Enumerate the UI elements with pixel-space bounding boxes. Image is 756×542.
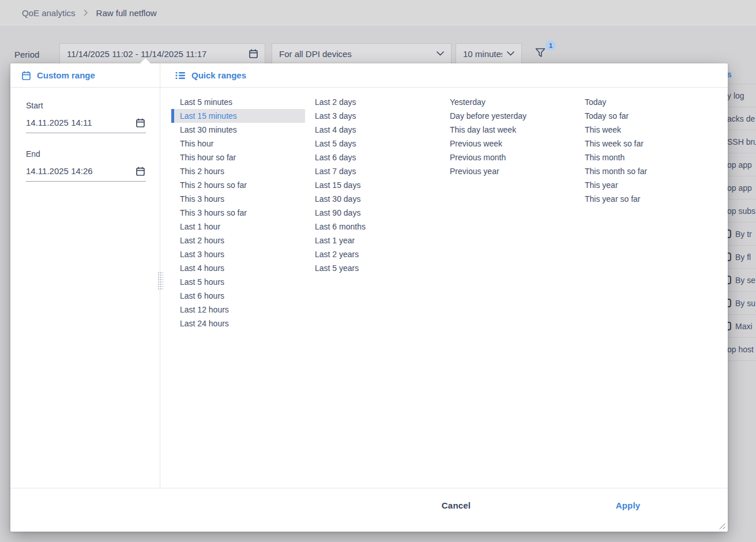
quick-range-item[interactable]: Previous month xyxy=(441,150,575,164)
occluded-list-item[interactable]: acks de xyxy=(728,107,756,130)
occluded-list-item[interactable]: SSH brut xyxy=(728,130,756,153)
end-input[interactable]: 14.11.2025 14:26 xyxy=(26,166,146,182)
quick-range-item[interactable]: Last 2 days xyxy=(306,95,440,109)
occluded-list-item[interactable]: Maxi xyxy=(728,315,756,338)
occluded-list-item[interactable]: By su xyxy=(728,292,756,315)
quick-range-item-label: This month xyxy=(585,153,625,162)
quick-range-item-label: Last 15 days xyxy=(315,180,360,190)
occluded-list-item[interactable]: By fl xyxy=(728,246,756,269)
quick-range-item[interactable]: Last 1 year xyxy=(306,234,440,247)
occluded-list-item[interactable]: By se xyxy=(728,269,756,292)
quick-range-item-label: Last 4 days xyxy=(315,125,356,134)
quick-range-item[interactable]: Last 3 hours xyxy=(171,247,305,261)
start-value: 14.11.2025 14:11 xyxy=(26,118,92,127)
quick-range-item-label: Last 12 hours xyxy=(180,305,229,314)
quick-range-item[interactable]: This 3 hours xyxy=(171,192,305,206)
quick-range-item[interactable]: Previous week xyxy=(441,137,575,150)
end-label: End xyxy=(26,149,160,159)
quick-range-item-label: This 3 hours so far xyxy=(180,208,247,217)
start-input[interactable]: 14.11.2025 14:11 xyxy=(26,118,146,133)
date-range-dialog: Custom range Start 14.11.2025 14:11 End xyxy=(10,63,728,532)
quick-range-item[interactable]: This 2 hours so far xyxy=(171,178,305,192)
quick-range-item-label: Day before yesterday xyxy=(450,111,526,121)
quick-range-item-label: Last 5 minutes xyxy=(180,97,232,107)
dpi-device-select[interactable]: For all DPI devices xyxy=(272,43,452,64)
quick-range-item-label: This hour so far xyxy=(180,153,236,162)
chevron-right-icon xyxy=(84,9,88,16)
quick-ranges-panel: Quick ranges Last 5 minutesLast 15 minut… xyxy=(160,63,728,488)
quick-range-item[interactable]: Day before yesterday xyxy=(441,109,575,123)
occluded-list-item[interactable]: op app xyxy=(728,153,756,176)
custom-range-body: Start 14.11.2025 14:11 End 14.11.2025 14… xyxy=(10,88,160,182)
occluded-list-item[interactable]: By tr xyxy=(728,223,756,246)
quick-range-item[interactable]: Last 90 days xyxy=(306,206,440,220)
dialog-resize-grip[interactable] xyxy=(718,522,725,529)
filter-count-badge: 1 xyxy=(546,40,556,51)
quick-range-item[interactable]: Last 6 hours xyxy=(171,289,305,303)
quick-range-item-label: Last 5 years xyxy=(315,264,359,273)
occluded-list-item[interactable]: s xyxy=(728,65,756,84)
occluded-list-item[interactable]: op subs xyxy=(728,200,756,223)
quick-range-item[interactable]: Last 15 days xyxy=(306,178,440,192)
quick-range-item[interactable]: Last 5 minutes xyxy=(171,95,305,109)
period-label: Period xyxy=(14,50,39,59)
occluded-list-item[interactable]: y log xyxy=(728,84,756,107)
quick-range-item-label: Last 5 hours xyxy=(180,277,224,287)
quick-range-item-label: Previous year xyxy=(450,167,499,176)
quick-range-item[interactable]: Last 24 hours xyxy=(171,317,305,330)
quick-range-item-label: Last 30 days xyxy=(315,194,360,204)
quick-ranges-columns: Last 5 minutesLast 15 minutesLast 30 min… xyxy=(160,88,728,330)
quick-range-item[interactable]: Last 15 minutes xyxy=(171,109,305,123)
quick-range-item[interactable]: This week xyxy=(576,123,710,137)
interval-select[interactable]: 10 minutes xyxy=(456,43,522,64)
quick-range-item[interactable]: Last 12 hours xyxy=(171,303,305,317)
quick-range-item[interactable]: Last 6 months xyxy=(306,220,440,234)
quick-range-item[interactable]: This 2 hours xyxy=(171,164,305,178)
occluded-item-label: SSH brut xyxy=(728,137,756,146)
quick-range-item[interactable]: Last 4 days xyxy=(306,123,440,137)
quick-range-item[interactable]: This day last week xyxy=(441,123,575,137)
occluded-list-item[interactable]: op host xyxy=(728,338,756,361)
breadcrumb-bar: QoE analytics Raw full netflow xyxy=(0,0,756,25)
quick-range-item[interactable]: Today so far xyxy=(576,109,710,123)
filter-button[interactable]: 1 xyxy=(532,40,559,63)
quick-range-item-label: Today so far xyxy=(585,111,629,121)
quick-range-item[interactable]: Last 2 hours xyxy=(171,234,305,247)
quick-range-item[interactable]: This week so far xyxy=(576,137,710,150)
quick-range-item-label: Last 3 days xyxy=(315,111,356,121)
quick-range-item[interactable]: Last 6 days xyxy=(306,150,440,164)
quick-range-item-label: Yesterday xyxy=(450,97,486,107)
quick-range-item[interactable]: This month so far xyxy=(576,164,710,178)
occluded-item-label: By fl xyxy=(735,253,751,262)
quick-range-item[interactable]: This month xyxy=(576,150,710,164)
quick-range-item[interactable]: Last 7 days xyxy=(306,164,440,178)
apply-button[interactable]: Apply xyxy=(616,500,641,510)
quick-range-item[interactable]: Last 2 years xyxy=(306,247,440,261)
quick-range-item[interactable]: This 3 hours so far xyxy=(171,206,305,220)
quick-range-item-label: Last 3 hours xyxy=(180,250,224,259)
quick-range-item[interactable]: Last 1 hour xyxy=(171,220,305,234)
quick-range-item[interactable]: Last 30 minutes xyxy=(171,123,305,137)
quick-range-item[interactable]: This year so far xyxy=(576,192,710,206)
quick-range-item-label: Today xyxy=(585,97,606,107)
quick-range-item[interactable]: Last 5 years xyxy=(306,261,440,275)
occluded-list-item[interactable]: op app xyxy=(728,176,756,200)
cancel-button[interactable]: Cancel xyxy=(442,500,471,510)
calendar-icon[interactable] xyxy=(136,118,145,127)
period-input[interactable]: 11/14/2025 11:02 - 11/14/2025 11:17 xyxy=(59,43,265,64)
calendar-icon[interactable] xyxy=(136,167,145,176)
quick-range-item[interactable]: Last 30 days xyxy=(306,192,440,206)
quick-range-item[interactable]: Yesterday xyxy=(441,95,575,109)
breadcrumb-section[interactable]: QoE analytics xyxy=(22,8,76,18)
quick-range-item[interactable]: Today xyxy=(576,95,710,109)
quick-range-item[interactable]: This hour xyxy=(171,137,305,150)
quick-range-item[interactable]: Last 5 days xyxy=(306,137,440,150)
quick-range-item[interactable]: This year xyxy=(576,178,710,192)
quick-range-item[interactable]: Last 4 hours xyxy=(171,261,305,275)
quick-range-item[interactable]: This hour so far xyxy=(171,150,305,164)
quick-range-item[interactable]: Last 5 hours xyxy=(171,275,305,289)
quick-range-item-label: Previous week xyxy=(450,139,502,148)
quick-range-item[interactable]: Previous year xyxy=(441,164,575,178)
quick-range-item[interactable]: Last 3 days xyxy=(306,109,440,123)
quick-range-item-label: Last 1 year xyxy=(315,236,355,245)
